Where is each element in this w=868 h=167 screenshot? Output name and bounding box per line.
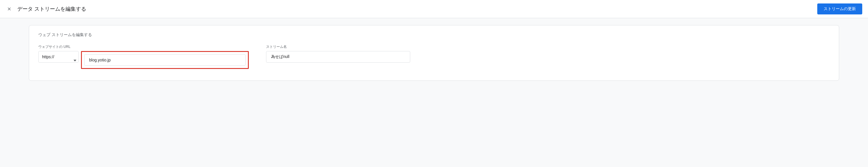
close-icon[interactable] [6,5,13,12]
protocol-select-wrap: https:// [38,51,79,69]
highlight-box [81,51,249,69]
edit-stream-card: ウェブ ストリームを編集する ウェブサイトの URL https:// [29,25,839,81]
card-title: ウェブ ストリームを編集する [38,32,830,37]
url-label: ウェブサイトの URL [38,45,249,49]
url-field-group: ウェブサイトの URL https:// [38,45,249,69]
domain-input[interactable] [84,54,246,66]
protocol-select[interactable]: https:// [38,51,79,63]
header-bar: データ ストリームを編集する ストリームの更新 [0,0,868,18]
page-title: データ ストリームを編集する [17,5,86,12]
form-row: ウェブサイトの URL https:// [38,45,830,69]
stream-name-field-group: ストリーム名 [266,45,410,63]
stream-name-label: ストリーム名 [266,45,410,49]
header-left: データ ストリームを編集する [6,5,86,12]
update-stream-button[interactable]: ストリームの更新 [817,3,862,15]
url-inputs: https:// [38,51,249,69]
stream-name-input[interactable] [266,51,410,63]
content-area: ウェブ ストリームを編集する ウェブサイトの URL https:// [0,18,868,88]
